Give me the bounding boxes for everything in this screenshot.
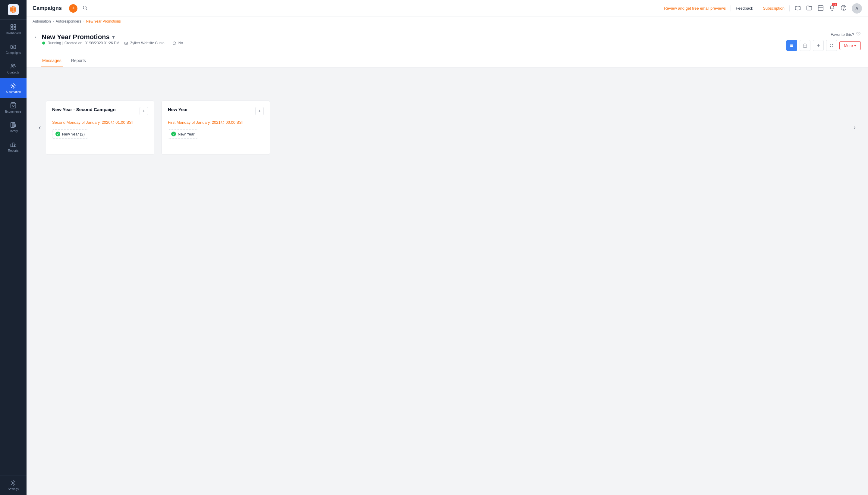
more-label: More [844, 44, 853, 48]
card-tag-label-1: New Year [178, 132, 195, 136]
grid-view-button[interactable] [786, 40, 797, 51]
campaign-card-0[interactable]: New Year - Second Campaign + Second Mond… [46, 101, 154, 155]
svg-rect-23 [792, 45, 793, 46]
svg-rect-22 [791, 45, 792, 46]
card-add-button-1[interactable]: + [255, 107, 264, 115]
back-button[interactable]: ← [34, 34, 39, 40]
folder-icon[interactable] [806, 4, 813, 12]
campaign-card-1[interactable]: New Year + First Monday of January, 2021… [162, 101, 270, 155]
breadcrumb-autoresponders[interactable]: Autoresponders [56, 19, 81, 23]
add-button[interactable]: + [69, 4, 78, 13]
sidebar-item-ecommerce[interactable]: Ecommerce [0, 98, 27, 117]
tag-check-icon-0: ✓ [55, 132, 60, 136]
app-logo[interactable] [0, 0, 27, 20]
page-header: ← New Year Promotions ▾ Running | Create… [27, 26, 868, 67]
mailing-list-meta: Zylker Website Custo... [124, 41, 167, 45]
svg-rect-24 [790, 46, 791, 47]
topbar: Campaigns + Review and get free email pr… [27, 0, 868, 17]
card-tag-1: ✓ New Year [168, 130, 198, 138]
sidebar-item-dashboard[interactable]: Dashboard [0, 20, 27, 39]
sidebar-label-library: Library [9, 130, 18, 133]
svg-rect-1 [11, 25, 13, 27]
mailing-list: Zylker Website Custo... [130, 41, 167, 45]
svg-point-6 [12, 64, 14, 66]
page-meta: Running | Created on 01/08/2020 01:26 PM… [42, 41, 183, 45]
refresh-button[interactable] [826, 40, 837, 51]
svg-point-7 [14, 65, 15, 66]
breadcrumb-current: New Year Promotions [86, 19, 120, 23]
svg-point-5 [12, 46, 14, 48]
more-button[interactable]: More ▾ [839, 41, 861, 50]
cards-area: ‹ New Year - Second Campaign + Second Mo… [27, 67, 868, 188]
svg-point-15 [843, 9, 844, 9]
svg-rect-26 [792, 46, 793, 47]
favorite-icon[interactable]: ♡ [856, 31, 861, 38]
svg-rect-9 [11, 122, 13, 128]
svg-rect-16 [125, 42, 128, 44]
page-content: ‹ New Year - Second Campaign + Second Mo… [27, 67, 868, 495]
tab-reports[interactable]: Reports [70, 54, 87, 67]
subscription-link[interactable]: Subscription [763, 6, 785, 11]
sidebar-nav: Dashboard Campaigns Contacts [0, 20, 27, 475]
notification-badge: 21 [832, 3, 837, 6]
sidebar: Dashboard Campaigns Contacts [0, 0, 27, 495]
calendar-view-button[interactable] [800, 40, 810, 51]
card-title-1: New Year [168, 107, 188, 112]
breadcrumb-sep-2: › [83, 19, 84, 23]
tag-check-icon-1: ✓ [171, 132, 176, 136]
status-indicator [42, 41, 45, 45]
card-add-button-0[interactable]: + [140, 107, 148, 115]
svg-rect-27 [803, 44, 807, 47]
sidebar-label-automation: Automation [6, 90, 21, 93]
sidebar-item-settings[interactable]: Settings [0, 475, 27, 495]
breadcrumb-automation[interactable]: Automation [33, 19, 51, 23]
cards-container: New Year - Second Campaign + Second Mond… [46, 101, 849, 155]
sidebar-item-automation[interactable]: Automation [0, 78, 27, 98]
sidebar-label-dashboard: Dashboard [6, 32, 21, 35]
app-wrapper: Campaigns + Review and get free email pr… [27, 0, 868, 495]
notification-icon[interactable]: 21 [829, 4, 835, 12]
favorite-area: Favorite this? ♡ [831, 31, 861, 38]
card-tag-label-0: New Year (2) [62, 132, 85, 136]
main-content: Automation › Autoresponders › New Year P… [27, 17, 868, 495]
divider-3 [789, 5, 790, 12]
svg-rect-20 [792, 44, 793, 45]
card-schedule-1[interactable]: First Monday of January, 2021@ 00:00 SST [168, 120, 264, 125]
created-date: 01/08/2020 01:26 PM [85, 41, 119, 45]
help-icon[interactable] [840, 4, 847, 12]
svg-rect-18 [790, 44, 791, 45]
tab-messages[interactable]: Messages [41, 54, 63, 67]
svg-rect-21 [790, 45, 791, 46]
sidebar-item-contacts[interactable]: Contacts [0, 59, 27, 78]
page-title-row: ← New Year Promotions ▾ [34, 33, 183, 41]
avatar[interactable]: A [852, 3, 862, 14]
page-header-top: ← New Year Promotions ▾ Running | Create… [34, 31, 861, 51]
sidebar-item-campaigns[interactable]: Campaigns [0, 39, 27, 59]
title-dropdown-icon[interactable]: ▾ [112, 34, 115, 40]
calendar-icon[interactable] [817, 4, 824, 12]
prev-arrow[interactable]: ‹ [34, 122, 46, 134]
sidebar-label-campaigns: Campaigns [6, 51, 21, 54]
sidebar-item-reports[interactable]: Reports [0, 137, 27, 157]
favorite-text: Favorite this? [831, 32, 854, 37]
more-dropdown-icon: ▾ [854, 44, 856, 48]
header-actions: + More ▾ [786, 40, 861, 51]
next-arrow[interactable]: › [849, 122, 861, 134]
card-schedule-0[interactable]: Second Monday of January, 2020@ 01:00 SS… [52, 120, 148, 125]
sidebar-bottom: Settings [0, 475, 27, 495]
meta-separator: | [62, 41, 63, 45]
add-button-header[interactable]: + [813, 40, 824, 51]
breadcrumb: Automation › Autoresponders › New Year P… [27, 17, 868, 26]
search-icon[interactable] [82, 5, 88, 12]
divider-2 [758, 5, 758, 12]
svg-rect-13 [818, 5, 823, 10]
preview-link[interactable]: Review and get free email previews [664, 6, 726, 11]
app-name: Campaigns [33, 5, 62, 12]
no-label: No [178, 41, 183, 45]
created-label: Created on [65, 41, 82, 45]
svg-rect-2 [14, 25, 16, 27]
feedback-link[interactable]: Feedback [736, 6, 753, 11]
campaigns-icon[interactable] [795, 4, 801, 12]
sidebar-item-library[interactable]: Library [0, 117, 27, 137]
card-header-1: New Year + [168, 107, 264, 115]
